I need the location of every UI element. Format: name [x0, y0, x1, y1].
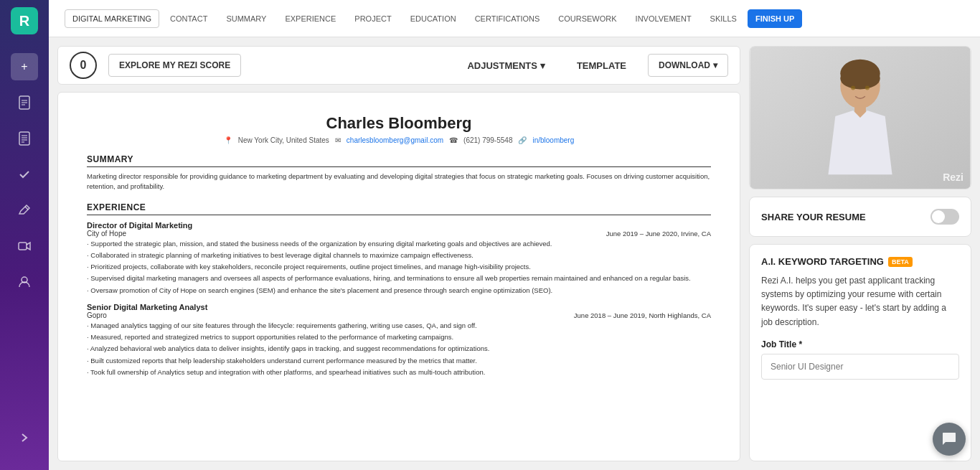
top-nav: DIGITAL MARKETING CONTACT SUMMARY EXPERI…	[49, 0, 980, 37]
resume-name: Charles Bloomberg	[87, 114, 711, 133]
nav-experience[interactable]: EXPERIENCE	[277, 9, 344, 28]
job1-bullet-3: · Prioritized projects, collaborate with…	[87, 262, 711, 272]
beta-badge: BETA	[888, 257, 913, 267]
nav-digital-marketing[interactable]: DIGITAL MARKETING	[65, 9, 159, 28]
linkedin-icon: 🔗	[518, 136, 527, 144]
sidebar-doc2-icon[interactable]	[11, 125, 38, 152]
rezi-watermark: Rezi	[943, 171, 963, 183]
svg-rect-4	[19, 132, 29, 145]
svg-point-19	[865, 85, 870, 90]
summary-section-title: SUMMARY	[87, 154, 711, 167]
job-title-1: Director of Digital Marketing	[87, 221, 711, 230]
ai-description: Rezi A.I. helps you get past applicant t…	[761, 274, 959, 329]
nav-education[interactable]: EDUCATION	[402, 9, 464, 28]
job-title-2: Senior Digital Marketing Analyst	[87, 303, 711, 311]
right-panel: Rezi SHARE YOUR RESUME A.I. KEYWORD TARG…	[749, 46, 971, 461]
job2-bullet-2: · Measured, reported and strategized met…	[87, 332, 711, 342]
email-icon: ✉	[335, 136, 341, 144]
main-area: DIGITAL MARKETING CONTACT SUMMARY EXPERI…	[49, 0, 980, 470]
sidebar: R +	[0, 0, 49, 470]
nav-skills[interactable]: SKILLS	[702, 9, 745, 28]
share-resume-toggle[interactable]	[930, 209, 959, 225]
summary-text: Marketing director responsible for provi…	[87, 171, 711, 192]
job1-bullet-2: · Collaborated in strategic planning of …	[87, 250, 711, 260]
job2-bullet-3: · Analyzed behavioral web analytics data…	[87, 344, 711, 354]
nav-contact[interactable]: CONTACT	[162, 9, 215, 28]
job-title-field-label: Job Title *	[761, 339, 959, 349]
job2-bullet-1: · Managed analytics tagging of our site …	[87, 321, 711, 331]
sidebar-video-icon[interactable]	[11, 232, 38, 260]
sidebar-edit-icon[interactable]	[11, 197, 38, 224]
resume-preview[interactable]: Charles Bloomberg 📍 New York City, Unite…	[57, 92, 740, 461]
nav-summary[interactable]: SUMMARY	[218, 9, 274, 28]
chat-button[interactable]	[933, 423, 966, 456]
svg-point-17	[840, 68, 880, 90]
nav-project[interactable]: PROJECT	[347, 9, 399, 28]
nav-involvement[interactable]: INVOLVEMENT	[628, 9, 699, 28]
job2-bullet-5: · Took full ownership of Analytics setup…	[87, 367, 711, 377]
logo[interactable]: R	[11, 7, 38, 34]
experience-section-title: EXPERIENCE	[87, 202, 711, 215]
job-meta-1: City of Hope June 2019 – June 2020, Irvi…	[87, 230, 711, 238]
resume-contact-line: 📍 New York City, United States ✉ charles…	[87, 136, 711, 144]
svg-point-18	[851, 85, 855, 90]
photo-card: Rezi	[749, 46, 971, 189]
chevron-down-icon: ▾	[540, 60, 545, 71]
nav-finish-up[interactable]: FINISH UP	[748, 9, 802, 28]
center-panel: 0 EXPLORE MY REZI SCORE ADJUSTMENTS ▾ TE…	[57, 46, 740, 461]
phone-icon: ☎	[449, 136, 458, 144]
sidebar-check-icon[interactable]	[11, 161, 38, 188]
template-button[interactable]: TEMPLATE	[567, 55, 636, 77]
resume-email[interactable]: charlesbloomberg@gmail.com	[347, 136, 443, 144]
toolbar: 0 EXPLORE MY REZI SCORE ADJUSTMENTS ▾ TE…	[57, 46, 740, 85]
svg-rect-10	[19, 243, 27, 250]
chevron-down-icon-2: ▾	[713, 60, 717, 70]
job1-bullet-1: · Supported the strategic plan, mission,…	[87, 239, 711, 249]
job1-bullet-5: · Oversaw promotion of City of Hope on s…	[87, 286, 711, 296]
share-resume-card: SHARE YOUR RESUME	[749, 197, 971, 237]
job-title-input[interactable]	[761, 354, 959, 380]
resume-linkedin[interactable]: in/bloomberg	[532, 136, 574, 144]
nav-certifications[interactable]: CERTIFICATIONS	[467, 9, 548, 28]
sidebar-person-icon[interactable]	[11, 268, 38, 296]
location-icon: 📍	[224, 136, 232, 144]
ai-keyword-title: A.I. KEYWORD TARGETING BETA	[761, 256, 959, 267]
sidebar-arrow-icon[interactable]	[11, 424, 38, 451]
job-meta-2: Gopro June 2018 – June 2019, North Highl…	[87, 311, 711, 319]
sidebar-add-icon[interactable]: +	[11, 53, 38, 80]
rezi-score-circle: 0	[70, 52, 97, 79]
job1-bullet-4: · Supervised digital marketing managers …	[87, 273, 711, 283]
svg-line-9	[25, 207, 28, 210]
nav-coursework[interactable]: COURSEWORK	[550, 9, 624, 28]
adjustments-button[interactable]: ADJUSTMENTS ▾	[457, 55, 555, 77]
content-row: 0 EXPLORE MY REZI SCORE ADJUSTMENTS ▾ TE…	[49, 37, 980, 470]
sidebar-doc1-icon[interactable]	[11, 89, 38, 116]
job2-bullet-4: · Built customized reports that help lea…	[87, 356, 711, 366]
explore-score-button[interactable]: EXPLORE MY REZI SCORE	[108, 54, 241, 77]
download-button[interactable]: DOWNLOAD ▾	[648, 54, 728, 77]
share-resume-label: SHARE YOUR RESUME	[761, 212, 866, 222]
